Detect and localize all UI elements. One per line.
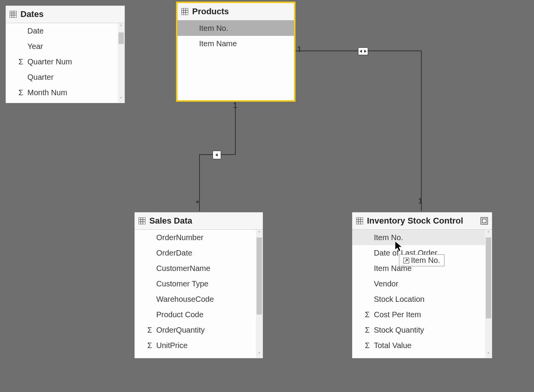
svg-marker-0 [215, 153, 218, 156]
table-icon [181, 8, 188, 15]
sigma-icon: Σ [17, 88, 25, 97]
field-row[interactable]: ΣUnitPrice [135, 338, 263, 353]
table-icon [139, 217, 145, 224]
field-label: UnitPrice [156, 341, 188, 350]
cardinality-products-sales-from: 1 [233, 101, 237, 110]
svg-rect-24 [482, 219, 486, 223]
field-row[interactable]: ΣItem No. [352, 230, 492, 245]
field-label: Quarter Num [27, 57, 72, 66]
field-row[interactable]: ΣOrderQuantity [135, 322, 263, 338]
scrollbar[interactable]: ˄ ˅ [256, 230, 263, 358]
scroll-thumb[interactable] [486, 237, 491, 318]
table-title: Sales Data [149, 216, 192, 226]
table-inventory-stock-control[interactable]: Inventory Stock Control ΣItem No. ΣDate … [352, 212, 492, 358]
drag-tooltip: Item No. [399, 254, 444, 266]
table-title: Inventory Stock Control [367, 216, 463, 226]
cardinality-products-sales-to: * [196, 199, 199, 208]
table-title: Products [192, 7, 229, 17]
tooltip-text: Item No. [411, 256, 440, 264]
field-row[interactable]: ΣTotal Value [352, 338, 492, 353]
field-row[interactable]: ΣCustomerName [135, 261, 263, 276]
model-canvas[interactable]: 1 * 1 1 Dates ΣDate ΣYear ΣQuarter Num Σ… [0, 0, 534, 392]
sigma-icon: Σ [363, 326, 372, 335]
svg-marker-1 [360, 50, 362, 53]
svg-rect-23 [481, 217, 488, 224]
cardinality-products-inventory-to: 1 [418, 197, 422, 205]
table-title: Dates [20, 9, 44, 19]
filter-direction-both-icon [358, 47, 368, 55]
scroll-down-icon[interactable]: ˅ [118, 96, 125, 103]
svg-marker-2 [364, 50, 367, 53]
field-label: WarehouseCode [156, 295, 214, 304]
layout-icon [480, 217, 488, 225]
field-label: Stock Quantity [374, 326, 424, 335]
field-label: Date [27, 27, 44, 35]
svg-rect-13 [139, 217, 145, 224]
table-header[interactable]: Inventory Stock Control [352, 212, 492, 230]
scrollbar[interactable]: ˄ ˅ [485, 230, 492, 358]
field-row[interactable]: ΣItem Name [177, 36, 294, 51]
scroll-down-icon[interactable]: ˅ [256, 351, 263, 358]
table-header[interactable]: Products [177, 3, 294, 20]
field-row[interactable]: ΣProduct Code [135, 307, 263, 322]
table-sales-data[interactable]: Sales Data ΣOrderNumber ΣOrderDate ΣCust… [134, 212, 263, 358]
field-row[interactable]: ΣCustomer Type [135, 276, 263, 291]
field-label: Item Name [199, 39, 237, 48]
table-products[interactable]: Products ΣItem No. ΣItem Name [176, 2, 296, 102]
table-icon [10, 11, 17, 18]
field-row[interactable]: ΣYear [6, 39, 125, 54]
field-row[interactable]: ΣStock Location [352, 291, 492, 307]
field-row[interactable]: ΣMonth Num [6, 85, 125, 100]
scroll-thumb[interactable] [118, 32, 124, 44]
field-label: OrderQuantity [156, 326, 205, 335]
scroll-down-icon[interactable]: ˅ [485, 351, 492, 358]
filter-direction-icon [213, 151, 221, 159]
svg-rect-18 [356, 217, 363, 224]
sigma-icon: Σ [145, 341, 154, 350]
sigma-icon: Σ [363, 310, 372, 319]
field-label: Cost Per Item [374, 310, 421, 319]
scroll-up-icon[interactable]: ˄ [118, 23, 125, 30]
field-label: OrderNumber [156, 233, 203, 242]
table-dates[interactable]: Dates ΣDate ΣYear ΣQuarter Num ΣQuarter … [5, 5, 125, 103]
field-label: Quarter [27, 73, 54, 82]
field-row[interactable]: ΣQuarter Num [6, 54, 125, 69]
table-header[interactable]: Sales Data [135, 212, 263, 230]
field-row[interactable]: ΣItem No. [177, 20, 294, 36]
field-label: Vendor [374, 279, 398, 288]
field-row[interactable]: ΣDate [6, 23, 125, 39]
field-row[interactable]: ΣCost Per Item [352, 307, 492, 322]
svg-rect-8 [181, 8, 188, 15]
field-label: Product Code [156, 310, 203, 319]
sigma-icon: Σ [145, 326, 154, 335]
sigma-icon: Σ [17, 57, 25, 66]
field-label: OrderDate [156, 249, 192, 257]
table-icon [356, 217, 363, 224]
field-label: Year [27, 42, 43, 51]
field-row[interactable]: ΣWarehouseCode [135, 291, 263, 307]
field-label: Stock Location [374, 295, 424, 304]
field-row[interactable]: ΣOrderDate [135, 245, 263, 261]
field-label: Customer Type [156, 279, 208, 288]
sigma-icon: Σ [363, 341, 372, 350]
cardinality-products-inventory-from: 1 [297, 45, 301, 54]
shortcut-icon [403, 257, 409, 264]
field-label: Month Num [27, 88, 67, 97]
table-header[interactable]: Dates [6, 6, 125, 23]
field-label: CustomerName [156, 264, 210, 273]
scroll-thumb[interactable] [257, 237, 262, 315]
svg-rect-3 [10, 11, 17, 18]
field-row[interactable]: ΣOrderNumber [135, 230, 263, 245]
scroll-up-icon[interactable]: ˄ [485, 230, 492, 237]
field-label: Item No. [374, 233, 403, 242]
scroll-up-icon[interactable]: ˄ [256, 230, 263, 237]
field-label: Item No. [199, 24, 228, 33]
field-label: Total Value [374, 341, 411, 350]
field-row[interactable]: ΣVendor [352, 276, 492, 291]
scrollbar[interactable]: ˄ ˅ [118, 23, 125, 103]
field-row[interactable]: ΣStock Quantity [352, 322, 492, 338]
field-row[interactable]: ΣQuarter [6, 69, 125, 85]
